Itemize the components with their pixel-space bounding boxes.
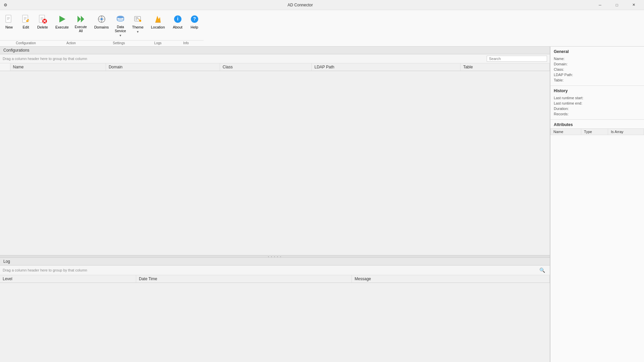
log-col-level-header[interactable]: Level (0, 275, 136, 283)
log-header: Log (0, 258, 550, 265)
location-label: Location (151, 25, 165, 29)
log-table-wrapper[interactable]: Level Date Time Message (0, 275, 550, 362)
ribbon-group-action: Execute ExecuteAll Action (52, 11, 91, 46)
theme-dropdown: ▼ (136, 30, 139, 34)
panel-divider[interactable]: • • • • • (0, 255, 550, 258)
main-area: Configurations Drag a column header here… (0, 47, 644, 362)
theme-button[interactable]: Theme ▼ (130, 12, 146, 35)
domains-button[interactable]: Domains (92, 12, 111, 31)
general-table-row: Table: (554, 77, 641, 83)
title-bar: ⚙ AD Connector ─ □ ✕ (0, 0, 644, 10)
col-num-header (0, 63, 10, 71)
minimize-button[interactable]: ─ (592, 0, 608, 10)
general-ldappath-row: LDAP Path: (554, 72, 641, 77)
log-header-row: Level Date Time Message (0, 275, 550, 283)
svg-point-22 (117, 16, 124, 18)
history-duration-row: Duration: (554, 106, 641, 111)
ribbon-group-label-configuration: Configuration (0, 40, 52, 46)
new-label: New (5, 25, 13, 29)
general-name-row: Name: (554, 56, 641, 61)
configurations-group-hint: Drag a column header here to group by th… (3, 57, 87, 61)
log-search-icon[interactable]: 🔍 (537, 267, 547, 274)
delete-icon (37, 14, 48, 24)
attr-col-isarray-header[interactable]: Is Array (608, 129, 644, 135)
general-class-row: Class: (554, 67, 641, 72)
general-title: General (554, 49, 641, 54)
col-ldappath-header[interactable]: LDAP Path (312, 63, 460, 71)
execute-all-label: ExecuteAll (75, 25, 87, 33)
ribbon-buttons-configuration: New Edit Delete (0, 11, 52, 40)
execute-label: Execute (55, 25, 69, 29)
general-class-label: Class: (554, 67, 564, 71)
svg-marker-16 (59, 16, 65, 22)
about-button[interactable]: i About (170, 12, 185, 31)
restore-button[interactable]: □ (609, 0, 625, 10)
col-domain-header[interactable]: Domain (106, 63, 220, 71)
attr-col-name-header[interactable]: Name (551, 129, 581, 135)
configurations-toolbar: Drag a column header here to group by th… (0, 54, 550, 63)
execute-all-button[interactable]: ExecuteAll (72, 12, 89, 35)
new-button[interactable]: New (1, 12, 17, 31)
execute-button[interactable]: Execute (53, 12, 71, 31)
attributes-header-row: Name Type Is Array (551, 129, 644, 135)
svg-marker-18 (81, 16, 84, 22)
history-last-start-row: Last runtime start: (554, 95, 641, 101)
app-icon: ⚙ (3, 2, 8, 8)
configurations-section: Configurations Drag a column header here… (0, 47, 550, 255)
app-title: AD Connector (8, 3, 592, 7)
log-col-datetime-header[interactable]: Date Time (136, 275, 352, 283)
svg-point-21 (101, 18, 103, 20)
ribbon-buttons-info: i About ? Help (169, 11, 204, 40)
configurations-table: Name Domain Class LDAP Path Table (0, 63, 550, 71)
ribbon: New Edit Delete Configuration (0, 10, 644, 47)
left-panel: Configurations Drag a column header here… (0, 47, 550, 362)
col-class-header[interactable]: Class (220, 63, 312, 71)
ribbon-buttons-logs: Location (147, 11, 169, 40)
data-service-icon (115, 14, 126, 24)
configurations-search[interactable] (487, 56, 547, 62)
ribbon-group-label-info: Info (169, 40, 204, 46)
log-group-hint: Drag a column header here to group by th… (3, 268, 87, 272)
log-section: Log Drag a column header here to group b… (0, 258, 550, 362)
ribbon-buttons-action: Execute ExecuteAll (52, 11, 91, 40)
attributes-table: Name Type Is Array (550, 128, 644, 135)
history-last-end-label: Last runtime end: (554, 101, 582, 105)
history-records-row: Records: (554, 111, 641, 117)
general-table-label: Table: (554, 78, 564, 82)
svg-text:?: ? (193, 16, 196, 21)
data-service-button[interactable]: DataService ▼ (112, 12, 128, 39)
edit-label: Edit (23, 25, 29, 29)
ribbon-group-label-action: Action (52, 40, 91, 46)
history-last-end-row: Last runtime end: (554, 101, 641, 106)
ribbon-group-configuration: New Edit Delete Configuration (0, 11, 52, 46)
edit-button[interactable]: Edit (18, 12, 34, 31)
history-section: History Last runtime start: Last runtime… (550, 86, 644, 120)
ribbon-group-label-settings: Settings (91, 40, 147, 46)
theme-label: Theme (132, 25, 144, 29)
delete-button[interactable]: Delete (35, 12, 50, 31)
general-domain-label: Domain: (554, 62, 568, 66)
history-duration-label: Duration: (554, 107, 569, 111)
domains-label: Domains (94, 25, 109, 29)
domains-icon (96, 14, 107, 24)
close-button[interactable]: ✕ (626, 0, 641, 10)
location-button[interactable]: Location (149, 12, 167, 31)
history-records-label: Records: (554, 112, 569, 116)
configurations-table-wrapper[interactable]: Name Domain Class LDAP Path Table (0, 63, 550, 255)
delete-label: Delete (37, 25, 48, 29)
col-name-header[interactable]: Name (10, 63, 106, 71)
right-panel: General Name: Domain: Class: LDAP Path: … (550, 47, 644, 362)
svg-text:i: i (177, 16, 178, 21)
history-title: History (554, 88, 641, 93)
col-table-header[interactable]: Table (460, 63, 549, 71)
ribbon-group-logs: Location Logs (147, 11, 169, 46)
ribbon-buttons-settings: Domains DataService ▼ Theme ▼ (91, 11, 147, 40)
general-ldappath-label: LDAP Path: (554, 73, 573, 77)
configurations-header-row: Name Domain Class LDAP Path Table (0, 63, 550, 71)
history-last-start-label: Last runtime start: (554, 96, 583, 100)
help-button[interactable]: ? Help (187, 12, 202, 31)
log-col-message-header[interactable]: Message (352, 275, 550, 283)
svg-marker-17 (77, 16, 81, 22)
attr-col-type-header[interactable]: Type (581, 129, 608, 135)
general-name-label: Name: (554, 57, 565, 61)
